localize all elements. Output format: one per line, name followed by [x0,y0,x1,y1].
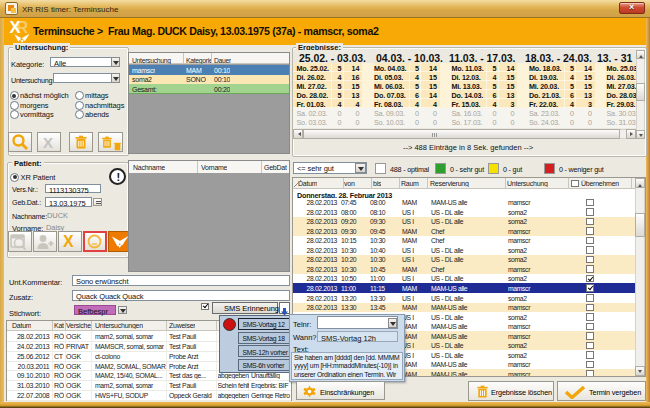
svg-text:X: X [10,18,21,36]
